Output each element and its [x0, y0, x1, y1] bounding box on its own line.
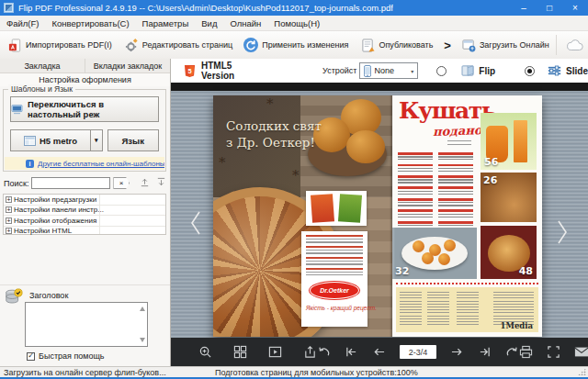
zoom-icon[interactable]	[198, 345, 212, 359]
book-spine	[390, 95, 395, 337]
resize-grip[interactable]	[578, 368, 586, 375]
flip-radio[interactable]	[436, 66, 447, 76]
quick-help-label: Быстрая помощь	[39, 351, 105, 361]
settings-sidebar: Закладка Вкладки закладок Настройка офор…	[0, 59, 171, 366]
imprint-text	[400, 292, 422, 327]
publish-chevron-icon: >	[438, 39, 457, 52]
recipe-text-lines	[306, 235, 363, 275]
edit-pages-button[interactable]: Редактировать страниц	[119, 34, 238, 56]
star-anise: *	[266, 95, 274, 112]
phone-icon	[364, 65, 371, 77]
publish-button[interactable]: Опубликовать	[356, 34, 438, 56]
expand-icon[interactable]: +	[6, 217, 12, 224]
expand-icon[interactable]: +	[6, 206, 12, 213]
tree-row-display[interactable]: +Настройки отображения	[4, 216, 165, 227]
publisher-box: 1Media	[396, 287, 538, 332]
email-icon[interactable]	[574, 346, 588, 358]
language-button[interactable]: Язык	[107, 129, 159, 151]
last-page-icon[interactable]	[478, 346, 492, 358]
collapse-all-icon[interactable]	[140, 177, 150, 189]
close-button[interactable]: ×	[562, 0, 588, 16]
quick-help-checkbox[interactable]: ✓	[27, 352, 35, 361]
flipbook-canvas: * * * Солодких свят з Др. Оеткер!	[171, 83, 588, 338]
left-page[interactable]: * * * Солодких свят з Др. Оеткер!	[213, 95, 392, 337]
menu-item-help[interactable]: Помощь(H)	[267, 18, 326, 28]
toolbar: Импортировать PDF(I) Редактировать стран…	[0, 31, 588, 60]
tartlet	[438, 253, 450, 265]
search-input[interactable]	[31, 177, 110, 189]
cloud-button[interactable]	[560, 34, 588, 56]
glass	[514, 120, 527, 162]
publisher-logo: 1Media	[501, 321, 533, 330]
tree-row-preload[interactable]: +Настройки предзагрузки	[4, 195, 165, 206]
page-badge: 26	[483, 174, 497, 186]
fullscreen-icon[interactable]	[547, 345, 560, 359]
menu-item-file[interactable]: Файл(F)	[0, 18, 46, 28]
search-label: Поиск:	[4, 179, 28, 188]
cloud-icon	[566, 39, 584, 51]
minimize-button[interactable]: –	[511, 0, 537, 16]
template-dropdown-button[interactable]: ▾	[90, 129, 102, 151]
tree-row-toolbar[interactable]: +Настройки панели инстр...	[4, 206, 165, 217]
import-pdf-button[interactable]: Импортировать PDF(I)	[3, 34, 118, 56]
app-icon	[4, 3, 14, 13]
expand-all-icon[interactable]	[156, 177, 166, 189]
first-page-icon[interactable]	[345, 346, 358, 358]
menu-item-convert[interactable]: Конвертировать(C)	[46, 18, 136, 28]
apple-cake-photo: 48	[481, 226, 537, 279]
maximize-button[interactable]: □	[537, 0, 562, 16]
pdf-file-icon	[8, 39, 22, 52]
expand-icon[interactable]: +	[6, 196, 12, 203]
database-check-icon	[5, 288, 23, 308]
menu-item-online[interactable]: Олнайн	[223, 18, 267, 28]
slideshow-icon[interactable]	[268, 345, 282, 359]
slide-radio[interactable]	[525, 66, 535, 76]
scroll-down-icon[interactable]	[140, 338, 145, 342]
tartlet	[413, 240, 424, 252]
right-page[interactable]: Кушать подано! 56 26	[392, 95, 542, 337]
template-select-button[interactable]: H5 metro	[10, 129, 91, 151]
toolbar-separator	[556, 35, 557, 55]
player-toolbar: 2-3/4	[171, 338, 588, 366]
svg-text:5: 5	[187, 67, 191, 75]
publish-document-icon	[361, 39, 375, 52]
apply-changes-button[interactable]: Применить изменения	[238, 34, 354, 56]
redo-icon[interactable]	[505, 345, 519, 359]
undo-icon[interactable]	[317, 345, 331, 359]
prev-page-chevron-icon[interactable]	[188, 209, 203, 240]
upload-window-icon	[462, 39, 476, 52]
upload-online-button[interactable]: Загрузить Онлайн	[457, 34, 555, 56]
window-title: Flip PDF Professional 2.4.9.19 -- C:\Use…	[18, 3, 393, 13]
expand-icon[interactable]: +	[6, 228, 12, 234]
device-dropdown[interactable]: None ▾	[359, 62, 419, 79]
menu-item-options[interactable]: Параметры	[136, 18, 196, 28]
free-templates-link[interactable]: Другие бесплатные онлайн-шаблоны можно н	[38, 160, 164, 168]
share-icon[interactable]	[303, 345, 317, 359]
product-packets-photo	[306, 191, 367, 226]
search-clear-button[interactable]: ×	[113, 177, 130, 189]
tab-bookmark-tabs[interactable]: Вкладки закладок	[85, 59, 170, 72]
title-bar: Flip PDF Professional 2.4.9.19 -- C:\Use…	[0, 0, 588, 16]
flipbook-spread: * * * Солодких свят з Др. Оеткер!	[213, 95, 542, 337]
menu-item-view[interactable]: Вид	[195, 18, 223, 28]
switch-desktop-mode-button[interactable]: Переключиться в настольный реж	[10, 96, 159, 122]
tab-bookmark[interactable]: Закладка	[0, 59, 85, 72]
next-page-icon[interactable]	[450, 346, 464, 358]
divider	[0, 284, 170, 285]
print-icon[interactable]	[519, 345, 533, 359]
settings-tree: +Настройки предзагрузки +Настройки панел…	[3, 194, 166, 235]
device-label: Устройст	[322, 66, 356, 75]
dotted-divider	[396, 283, 538, 284]
scroll-up-icon[interactable]	[140, 307, 145, 311]
page-indicator[interactable]: 2-3/4	[400, 345, 436, 359]
thumbnails-icon[interactable]	[233, 345, 247, 359]
prev-page-icon[interactable]	[372, 346, 386, 358]
star-anise: *	[292, 167, 300, 184]
tree-row-html[interactable]: +Настройки HTML	[4, 227, 165, 237]
recipe-card: Dr.Oetker Якість - кращий рецепт.	[301, 231, 368, 327]
heading-label: Заголовок	[29, 291, 68, 300]
heading-textarea[interactable]	[25, 302, 148, 347]
flip-label: Flip	[479, 66, 495, 76]
next-page-chevron-icon[interactable]	[555, 218, 570, 250]
device-value: None	[375, 66, 395, 75]
